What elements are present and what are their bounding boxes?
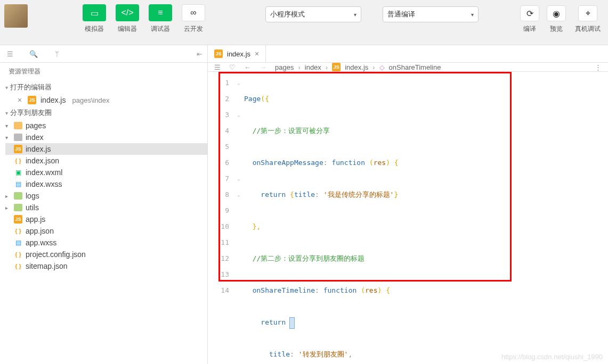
folder-utils[interactable]: ▸ utils: [5, 202, 207, 213]
fold-gutter: ⌄ ⌄ ⌄ ⌄: [233, 75, 244, 364]
editor-button[interactable]: </> 编辑器: [114, 4, 141, 34]
tab-label: index.js: [227, 50, 250, 58]
token: res: [365, 286, 377, 294]
token: function: [323, 286, 357, 294]
open-file-item[interactable]: × JS index.js pages\index: [0, 94, 207, 106]
top-toolbar: ▭ 模拟器 </> 编辑器 ≡ 调试器 ∞ 云开发 小程序模式 ▾ 普通编译 ▾…: [0, 0, 608, 45]
breadcrumb-item[interactable]: index.js: [345, 63, 368, 71]
more-icon[interactable]: ⋮: [595, 63, 602, 71]
back-icon[interactable]: ←: [244, 63, 251, 71]
token: //第一步：设置可被分享: [253, 127, 330, 135]
fold-marker[interactable]: ⌄: [233, 107, 244, 123]
file-label: app.wxss: [26, 238, 56, 247]
refresh-icon: ⟳: [520, 5, 539, 21]
fold-marker[interactable]: ⌄: [233, 171, 244, 187]
compile-label: 编译: [523, 24, 536, 34]
outline-icon[interactable]: ☰: [214, 63, 221, 71]
file-app-json[interactable]: { } app.json: [5, 225, 207, 237]
code-area[interactable]: 1 2 3 4 5 6 7 8 9 10 11 12 13 14 ⌄ ⌄: [208, 72, 608, 364]
file-index-wxml[interactable]: ▣ index.wxml: [5, 167, 207, 178]
line-number: 7: [208, 171, 229, 187]
file-label: index.json: [26, 156, 59, 165]
cloud-label: 云开发: [184, 24, 203, 34]
secondary-bar: ☰ 🔍 ᛘ ⇤ JS index.js ×: [0, 45, 608, 63]
eye-icon: ◉: [547, 5, 566, 21]
file-index-json[interactable]: { } index.json: [5, 155, 207, 167]
file-label: project.config.json: [26, 250, 86, 259]
file-index-js[interactable]: JS index.js: [5, 143, 207, 155]
open-editors-section[interactable]: ▾ 打开的编辑器: [0, 80, 207, 94]
token: onShareTimeline: [253, 286, 315, 294]
branch-icon[interactable]: ᛘ: [52, 49, 62, 59]
token: },: [253, 222, 261, 230]
chevron-down-icon: ▾: [5, 135, 11, 140]
token: title: [294, 191, 315, 198]
toggle-sidebar-icon[interactable]: ⇤: [194, 49, 204, 59]
simulator-label: 模拟器: [85, 24, 104, 34]
file-sitemap[interactable]: { } sitemap.json: [5, 260, 207, 272]
project-avatar[interactable]: [4, 4, 28, 28]
device-debug-label: 真机调试: [575, 24, 601, 34]
token: function: [331, 159, 365, 167]
token: return: [261, 191, 286, 198]
forward-icon[interactable]: →: [260, 63, 266, 71]
close-icon[interactable]: ×: [16, 96, 23, 104]
line-number: 8: [208, 187, 229, 203]
compile-select[interactable]: 普通编译 ▾: [383, 6, 479, 22]
folder-index[interactable]: ▾ index: [5, 131, 207, 143]
search-icon[interactable]: 🔍: [29, 49, 38, 59]
fold-marker[interactable]: ⌄: [233, 187, 244, 203]
file-label: index.wxss: [26, 180, 62, 188]
chevron-down-icon: ▾: [471, 12, 474, 18]
folder-icon: [14, 134, 22, 141]
file-label: app.js: [26, 215, 45, 224]
line-number: 9: [208, 203, 229, 219]
folder-logs[interactable]: ▸ logs: [5, 190, 207, 202]
workspace-section[interactable]: ▾ 分享到朋友圈: [0, 106, 207, 120]
cloud-button[interactable]: ∞ 云开发: [180, 4, 207, 34]
file-index-wxss[interactable]: ▤ index.wxss: [5, 178, 207, 190]
token: res: [374, 159, 386, 167]
breadcrumb-item[interactable]: pages: [275, 63, 294, 71]
file-label: app.json: [26, 227, 54, 235]
folder-icon: [14, 122, 22, 129]
code-content[interactable]: Page({ //第一步：设置可被分享 onShareAppMessage: f…: [244, 75, 608, 364]
debugger-button[interactable]: ≡ 调试器: [147, 4, 174, 34]
list-icon[interactable]: ☰: [5, 49, 15, 59]
device-debug-button[interactable]: ⌖ 真机调试: [572, 4, 604, 34]
breadcrumb-item[interactable]: index: [305, 63, 321, 71]
folder-pages[interactable]: ▾ pages: [5, 120, 207, 131]
code-icon: </>: [116, 4, 139, 21]
chevron-down-icon: ▾: [354, 12, 356, 18]
right-tool-group: ⟳ 编译 ◉ 预览 ⌖ 真机调试: [518, 4, 604, 34]
breadcrumb-item[interactable]: onShareTimeline: [389, 63, 441, 71]
bookmark-icon[interactable]: ♡: [229, 63, 236, 71]
chevron-down-icon: ▾: [5, 85, 8, 90]
fold-marker[interactable]: ⌄: [233, 75, 244, 91]
debugger-label: 调试器: [151, 24, 170, 34]
settings-icon: ≡: [149, 4, 172, 21]
chevron-right-icon: ▸: [5, 205, 11, 211]
cloud-icon: ∞: [182, 4, 205, 21]
close-icon[interactable]: ×: [255, 49, 259, 58]
simulator-button[interactable]: ▭ 模拟器: [81, 4, 108, 34]
open-file-path: pages\index: [72, 96, 109, 104]
line-number: 14: [208, 283, 229, 299]
preview-button[interactable]: ◉ 预览: [545, 4, 568, 34]
tab-index-js[interactable]: JS index.js ×: [208, 45, 266, 62]
device-icon: ⌖: [578, 5, 597, 21]
file-project-config[interactable]: { } project.config.json: [5, 249, 207, 260]
file-app-js[interactable]: JS app.js: [5, 213, 207, 225]
compile-button[interactable]: ⟳ 编译: [518, 4, 541, 34]
chevron-right-icon: ›: [298, 63, 300, 71]
mode-select[interactable]: 小程序模式 ▾: [265, 6, 361, 22]
file-label: index.wxml: [26, 168, 62, 177]
main-tool-group: ▭ 模拟器 </> 编辑器 ≡ 调试器 ∞ 云开发: [81, 4, 207, 34]
js-file-icon: JS: [14, 145, 22, 153]
line-number: 13: [208, 267, 229, 283]
line-number: 2: [208, 91, 229, 107]
line-number: 3: [208, 107, 229, 123]
editor-panel: ☰ ♡ ← → pages › index › JS index.js › ◇ …: [208, 63, 608, 364]
open-file-name: index.js: [40, 96, 66, 104]
file-app-wxss[interactable]: ▤ app.wxss: [5, 237, 207, 249]
